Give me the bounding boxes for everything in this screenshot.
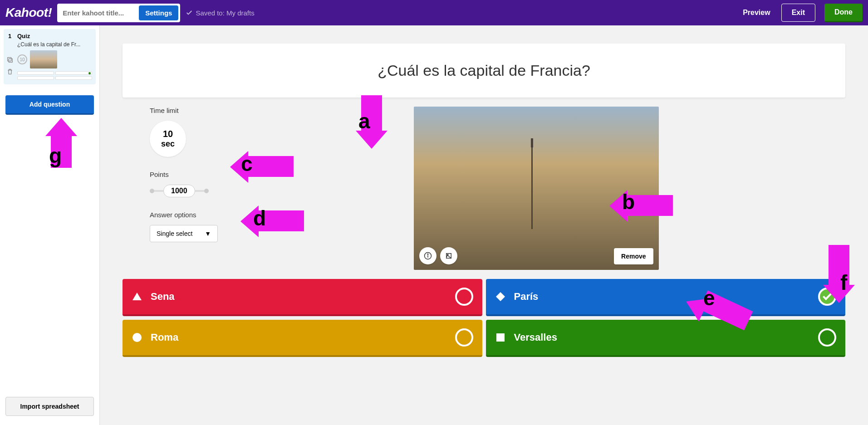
check-icon <box>823 291 832 300</box>
diamond-icon <box>495 291 506 302</box>
editor-area: ¿Cuál es la capital de Francia? Time lim… <box>100 25 868 425</box>
correct-toggle[interactable] <box>818 288 836 306</box>
square-icon <box>495 332 506 343</box>
saved-status: Saved to: My drafts <box>186 9 254 17</box>
time-limit-selector[interactable]: 10 sec <box>150 121 186 157</box>
duplicate-slide-icon[interactable] <box>6 56 14 64</box>
add-question-button[interactable]: Add question <box>5 95 94 115</box>
points-value: 1000 <box>163 185 195 197</box>
slide-answer-mini <box>55 76 92 80</box>
slide-question-preview: ¿Cuál es la capital de Fr... <box>17 41 92 48</box>
saved-text: Saved to: My drafts <box>196 9 254 17</box>
answer-option-4[interactable]: Versalles <box>486 320 846 357</box>
import-spreadsheet-button[interactable]: Import spreadsheet <box>5 397 94 416</box>
svg-rect-1 <box>8 58 11 61</box>
preview-link[interactable]: Preview <box>743 9 770 17</box>
svg-rect-0 <box>9 59 12 62</box>
exit-button[interactable]: Exit <box>781 4 815 22</box>
circle-icon <box>132 332 142 343</box>
slide-type: Quiz <box>17 33 92 39</box>
time-limit-unit: sec <box>161 139 175 149</box>
top-bar: Kahoot! Settings Saved to: My drafts Pre… <box>0 0 868 25</box>
slide-answer-mini <box>17 71 54 75</box>
answer-option-3[interactable]: Roma <box>123 320 482 357</box>
kahoot-title-input[interactable] <box>59 6 136 20</box>
slide-thumbnail[interactable]: 1 Quiz ¿Cuál es la capital de Fr... 10 <box>4 29 96 84</box>
svg-point-4 <box>427 254 428 255</box>
image-content <box>531 147 533 229</box>
kahoot-logo: Kahoot! <box>5 5 52 20</box>
triangle-icon <box>132 291 142 302</box>
slide-number: 1 <box>8 33 11 39</box>
points-slider[interactable]: 1000 <box>150 185 240 197</box>
answer-option-2[interactable]: París <box>486 279 846 316</box>
answer-option-1[interactable]: Sena <box>123 279 482 316</box>
image-info-button[interactable] <box>419 247 436 264</box>
svg-point-9 <box>132 333 142 342</box>
time-limit-value: 10 <box>163 129 173 139</box>
answers-grid: Sena París Roma Versalles <box>123 279 845 357</box>
answer-options-label: Answer options <box>150 211 240 219</box>
remove-image-button[interactable]: Remove <box>614 248 653 264</box>
svg-marker-7 <box>132 293 142 300</box>
title-settings-group: Settings <box>57 4 180 22</box>
check-icon <box>186 9 193 16</box>
answer-text[interactable]: Sena <box>151 291 175 303</box>
image-crop-button[interactable] <box>440 247 457 264</box>
points-label: Points <box>150 171 240 178</box>
question-image[interactable]: Remove <box>414 107 659 270</box>
time-limit-label: Time limit <box>150 107 240 114</box>
question-input[interactable]: ¿Cuál es la capital de Francia? <box>123 44 845 98</box>
answer-options-value: Single select <box>157 230 192 237</box>
slide-image-thumb <box>30 50 57 68</box>
slide-time-badge: 10 <box>17 54 27 64</box>
delete-slide-icon[interactable] <box>6 68 14 75</box>
answer-text[interactable]: Versalles <box>514 332 557 343</box>
settings-button[interactable]: Settings <box>139 5 178 20</box>
done-button[interactable]: Done <box>824 4 863 22</box>
correct-toggle[interactable] <box>818 328 836 347</box>
slide-answer-mini <box>17 76 54 80</box>
correct-toggle[interactable] <box>455 288 473 306</box>
slide-answer-mini <box>55 71 92 75</box>
answer-text[interactable]: París <box>514 291 539 303</box>
sidebar: 1 Quiz ¿Cuál es la capital de Fr... 10 A… <box>0 25 100 425</box>
correct-toggle[interactable] <box>455 328 473 347</box>
answer-options-select[interactable]: Single select ▼ <box>150 225 218 242</box>
chevron-down-icon: ▼ <box>205 230 211 237</box>
options-column: Time limit 10 sec Points 1000 <box>150 107 240 270</box>
svg-rect-10 <box>496 333 505 342</box>
answer-text[interactable]: Roma <box>151 332 178 343</box>
svg-marker-8 <box>496 292 505 301</box>
